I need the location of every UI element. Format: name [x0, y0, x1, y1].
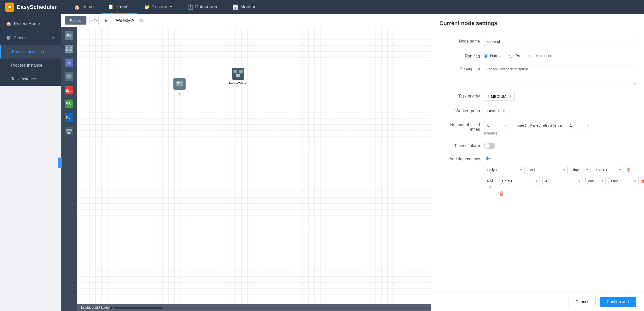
palette-db[interactable] — [63, 56, 75, 69]
subprocess-icon — [65, 45, 73, 53]
code-button[interactable]: </> — [90, 16, 99, 25]
priority-arrow-icon: ↑ — [487, 94, 489, 99]
nav-resources[interactable]: 📁 Resources — [137, 0, 181, 14]
description-control — [484, 65, 636, 86]
form-row-dependency: Add dependency ⊕ Daily-C ▼ — [439, 155, 636, 197]
svg-rect-28 — [66, 129, 69, 131]
dependency-control: ⊕ Daily-C ▼ ALL — [484, 155, 644, 197]
palette-storage[interactable] — [63, 70, 75, 83]
dep-row-2-group: Daily-B ▼ ALL ▼ — [499, 177, 644, 197]
retry-interval-select[interactable]: 1 — [567, 121, 592, 129]
run-flag-label: Run flag — [439, 52, 480, 59]
description-input[interactable] — [484, 65, 636, 85]
dep-header: ⊕ — [484, 155, 644, 162]
cancel-button[interactable]: Cancel — [568, 297, 596, 307]
retry-interval-select-wrap: 1 ▼ — [567, 121, 592, 129]
dep1-period-select[interactable]: day — [570, 166, 591, 174]
palette-dependent[interactable] — [63, 125, 75, 138]
radio-normal-input[interactable] — [484, 54, 488, 58]
timeout-toggle-wrap — [484, 142, 636, 149]
radio-prohibition[interactable]: Prohibition execution — [509, 53, 551, 58]
logo: EasyScheduler — [5, 3, 57, 12]
node-tasks-label: tasks-29176 — [229, 81, 247, 85]
sidebar-item-process-definition[interactable]: Process definition — [0, 45, 61, 59]
monitor-icon: 📊 — [233, 4, 238, 10]
canvas-toolbar: Toolbar </> ▶ Weekly-A ⧉ — [61, 14, 431, 27]
task-priority-label: Task priority — [439, 92, 480, 99]
canvas-node-a[interactable]: a — [173, 78, 186, 95]
retries-select-wrap: 0 ▼ — [484, 121, 509, 129]
panel-body: Node name Run flag Normal Prohibition ex… — [431, 31, 644, 293]
dep-row-2-wrapper: and or Daily-B ▼ — [484, 177, 644, 197]
sidebar-item-project-home[interactable]: 🏠 Project Home — [0, 16, 61, 31]
palette-spark[interactable]: Spark — [63, 84, 75, 96]
retry-interval-label: Failed retry interval — [530, 123, 563, 127]
canvas-node-tasks[interactable]: tasks-29176 — [229, 68, 247, 85]
svg-point-16 — [67, 62, 71, 64]
sidebar-item-process[interactable]: ⚙️ Process ▼ — [0, 31, 61, 45]
play-button[interactable]: ▶ — [102, 16, 111, 25]
dep1-project-select[interactable]: Daily-C — [484, 166, 525, 174]
dep2-or-label: or — [489, 184, 492, 188]
minute-label: (Minute) — [484, 131, 497, 135]
copy-button[interactable]: ⧉ — [139, 18, 143, 23]
home-icon: 🏠 — [74, 4, 80, 10]
retries-row: 0 ▼ (Times) Failed retry interval 1 ▼ — [484, 121, 636, 129]
canvas-content[interactable]: a tasks-29176 — [77, 27, 431, 311]
panel-header: Current node settings — [431, 14, 644, 31]
nav-datasource[interactable]: 🗄️ Datasource — [181, 0, 226, 14]
worker-group-dropdown[interactable]: Default ▼ — [484, 107, 508, 115]
dep1-period-wrap: day ▼ — [570, 166, 591, 174]
status-url: localhost:8888/#/home — [81, 306, 114, 309]
tool-palette: Spark MR Py — [61, 27, 77, 311]
sidebar-item-task-instance[interactable]: Task Instance — [0, 72, 61, 86]
sidebar: 🏠 Project Home ⚙️ Process ▼ Process defi… — [0, 14, 61, 86]
node-name-input[interactable] — [484, 37, 636, 46]
shell-icon — [65, 31, 73, 40]
sidebar-item-process-instance[interactable]: Process Instance — [0, 59, 61, 72]
task-priority-dropdown[interactable]: ↑ MEDIUM ▼ — [484, 92, 515, 101]
radio-normal-label: Normal — [490, 53, 502, 58]
palette-subprocess[interactable] — [63, 43, 75, 55]
add-dependency-button[interactable]: ⊕ — [484, 155, 491, 162]
radio-normal[interactable]: Normal — [484, 53, 502, 58]
svg-rect-37 — [232, 68, 244, 80]
description-label: Description — [439, 65, 480, 71]
node-a-label: a — [178, 91, 180, 95]
dep2-definition-select[interactable]: ALL — [542, 177, 583, 185]
svg-rect-38 — [234, 70, 237, 73]
dep1-definition-wrap: ALL ▼ — [527, 166, 568, 174]
sidebar-collapse-button[interactable]: ‹ — [58, 158, 62, 168]
node-a-svg — [173, 78, 186, 90]
dep2-daterange-select[interactable]: Last1D... — [608, 177, 639, 185]
svg-point-2 — [8, 6, 11, 8]
dep1-definition-select[interactable]: ALL — [527, 166, 568, 174]
palette-shell[interactable] — [63, 29, 75, 42]
dep2-period-select[interactable]: day — [585, 177, 606, 185]
timeout-alarm-label: Timeout alarm — [439, 142, 480, 148]
dep1-daterange-select[interactable]: Last1D... — [593, 166, 623, 174]
svg-rect-36 — [177, 84, 179, 84]
dep2-delete-button[interactable]: 🗑 — [641, 178, 644, 184]
confirm-button[interactable]: Confirm add — [600, 297, 636, 307]
dep2-project-select[interactable]: Daily-B — [499, 177, 540, 185]
dep2-extra-delete-button[interactable]: 🗑 — [499, 191, 504, 197]
palette-python[interactable]: Py — [63, 111, 75, 124]
retries-select[interactable]: 0 — [484, 121, 509, 129]
retries-control: 0 ▼ (Times) Failed retry interval 1 ▼ — [484, 121, 636, 135]
svg-rect-6 — [67, 35, 68, 36]
dep1-delete-button[interactable]: 🗑 — [626, 167, 631, 173]
nav-monitor[interactable]: 📊 Monitor — [226, 0, 263, 14]
canvas-area: Toolbar </> ▶ Weekly-A ⧉ — [61, 14, 431, 311]
toolbar-button[interactable]: Toolbar — [65, 16, 86, 25]
worker-group-select[interactable]: Default — [484, 107, 508, 115]
svg-rect-39 — [239, 70, 243, 73]
radio-prohibition-label: Prohibition execution — [515, 53, 551, 58]
timeout-toggle[interactable] — [484, 143, 495, 149]
radio-prohibition-input[interactable] — [509, 54, 513, 58]
nav-home[interactable]: 🏠 Home — [67, 0, 101, 14]
mr-icon: MR — [65, 100, 73, 108]
palette-mr[interactable]: MR — [63, 98, 75, 110]
nav-project[interactable]: 📋 Project — [101, 0, 137, 14]
svg-rect-40 — [236, 74, 240, 77]
